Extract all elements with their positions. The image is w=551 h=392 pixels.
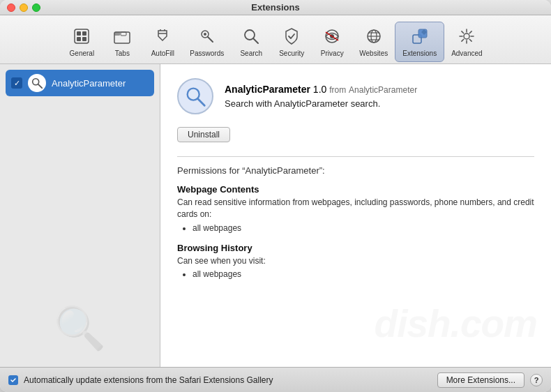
- auto-update-label: Automatically update extensions from the…: [24, 375, 432, 385]
- search-icon: [240, 25, 262, 47]
- permission-browsing-list: all webpages: [193, 269, 534, 279]
- toolbar-item-security[interactable]: Security: [271, 22, 312, 61]
- title-bar: Extensions: [0, 0, 551, 15]
- toolbar-websites-label: Websites: [359, 50, 388, 57]
- toolbar-extensions-label: Extensions: [402, 50, 437, 57]
- toolbar-tabs-label: Tabs: [115, 50, 130, 57]
- detail-panel: AnalyticParameter 1.0 from AnalyticParam…: [160, 64, 551, 367]
- permission-browsing-desc: Can see when you visit:: [177, 255, 534, 267]
- uninstall-button[interactable]: Uninstall: [177, 127, 230, 142]
- toolbar-item-tabs[interactable]: Tabs: [102, 22, 142, 61]
- toolbar-item-autofill[interactable]: AutoFill: [142, 22, 183, 61]
- window-title: Extensions: [251, 2, 299, 13]
- permissions-header: Permissions for “AnalyticParameter”:: [177, 165, 534, 176]
- toolbar-item-websites[interactable]: Websites: [352, 22, 395, 61]
- toolbar-passwords-label: Passwords: [190, 50, 224, 57]
- extension-name: AnalyticParameter: [225, 84, 310, 95]
- permission-webpage-item: all webpages: [193, 223, 534, 233]
- permission-section-webpage: Webpage Contents Can read sensitive info…: [177, 184, 534, 233]
- permission-webpage-list: all webpages: [193, 223, 534, 233]
- passwords-icon: [196, 25, 218, 47]
- toolbar-security-label: Security: [279, 50, 304, 57]
- extension-from: AnalyticParameter: [349, 85, 417, 95]
- toolbar-item-extensions[interactable]: Extensions: [395, 22, 444, 62]
- minimize-button[interactable]: [20, 3, 28, 12]
- sidebar-item-analyticparameter[interactable]: ✓ AnalyticParameter: [6, 70, 154, 96]
- extension-version: 1.0: [313, 84, 326, 95]
- permission-section-browsing: Browsing History Can see when you visit:…: [177, 243, 534, 280]
- extension-sidebar-icon: [28, 74, 46, 92]
- sidebar: ✓ AnalyticParameter 🔍: [0, 64, 160, 367]
- websites-icon: [363, 25, 385, 47]
- toolbar-advanced-label: Advanced: [451, 50, 482, 57]
- toolbar-item-advanced[interactable]: Advanced: [444, 22, 489, 61]
- svg-rect-4: [82, 37, 86, 41]
- tabs-icon: [111, 25, 133, 47]
- toolbar-item-passwords[interactable]: Passwords: [183, 22, 231, 61]
- maximize-button[interactable]: [32, 3, 40, 12]
- extension-enabled-checkbox[interactable]: ✓: [11, 77, 22, 89]
- auto-update-checkbox[interactable]: [8, 375, 18, 385]
- svg-point-11: [204, 33, 206, 36]
- svg-rect-0: [75, 29, 89, 43]
- svg-point-24: [464, 33, 469, 39]
- privacy-icon: [321, 25, 343, 47]
- toolbar-item-general[interactable]: General: [61, 22, 102, 61]
- extension-header: AnalyticParameter 1.0 from AnalyticParam…: [177, 78, 534, 114]
- svg-line-13: [253, 38, 258, 43]
- extension-name-sidebar: AnalyticParameter: [52, 78, 126, 89]
- sidebar-watermark: 🔍: [54, 303, 106, 353]
- svg-line-26: [38, 84, 42, 88]
- extension-info: AnalyticParameter 1.0 from AnalyticParam…: [225, 84, 417, 109]
- extension-icon: [177, 78, 213, 114]
- toolbar: General Tabs AutoFill: [0, 15, 551, 64]
- svg-rect-2: [82, 31, 86, 36]
- main-window: Extensions General: [0, 0, 551, 392]
- toolbar-search-label: Search: [240, 50, 262, 57]
- window-controls: [7, 3, 40, 12]
- svg-line-28: [198, 99, 204, 105]
- close-button[interactable]: [7, 3, 15, 12]
- divider: [177, 156, 534, 157]
- permission-webpage-desc: Can read sensitive information from webp…: [177, 197, 534, 220]
- general-icon: [70, 25, 93, 47]
- advanced-icon: [455, 25, 478, 47]
- permission-webpage-title: Webpage Contents: [177, 184, 534, 195]
- toolbar-general-label: General: [70, 50, 95, 57]
- svg-rect-3: [77, 37, 81, 41]
- toolbar-autofill-label: AutoFill: [151, 50, 174, 57]
- toolbar-item-search[interactable]: Search: [231, 22, 271, 61]
- permission-browsing-item: all webpages: [193, 269, 534, 279]
- svg-line-10: [208, 37, 213, 42]
- help-button[interactable]: ?: [530, 374, 543, 386]
- toolbar-privacy-label: Privacy: [321, 50, 344, 57]
- detail-watermark: dish.com: [375, 301, 537, 346]
- svg-rect-1: [77, 31, 81, 36]
- permission-browsing-title: Browsing History: [177, 243, 534, 253]
- more-extensions-button[interactable]: More Extensions...: [437, 372, 524, 388]
- security-icon: [280, 25, 303, 47]
- extension-from-label: from: [329, 85, 346, 95]
- content-area: ✓ AnalyticParameter 🔍: [0, 64, 551, 367]
- svg-rect-6: [114, 32, 120, 36]
- extension-name-version: AnalyticParameter 1.0 from AnalyticParam…: [225, 84, 417, 96]
- bottom-bar: Automatically update extensions from the…: [0, 367, 551, 392]
- toolbar-item-privacy[interactable]: Privacy: [312, 22, 352, 61]
- extension-description: Search with AnalyticParameter search.: [225, 98, 417, 109]
- autofill-icon: [151, 25, 174, 47]
- extensions-icon: [409, 25, 431, 47]
